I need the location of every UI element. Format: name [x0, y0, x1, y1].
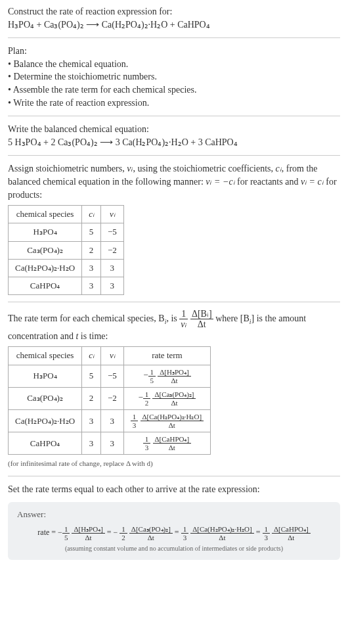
answer-equation: rate = −15 Δ[H₃PO₄]Δt = − 12 Δ[Ca₃(PO₄)₂…	[17, 525, 331, 541]
divider	[8, 155, 340, 156]
answer-label: Answer:	[17, 509, 331, 520]
col-v: νᵢ	[100, 347, 123, 365]
table-row: Ca₃(PO₄)₂2−2	[9, 241, 124, 259]
cell-v: 3	[100, 410, 123, 432]
v-header: νᵢ	[110, 209, 115, 219]
answer-note: (assuming constant volume and no accumul…	[17, 544, 331, 553]
den: 2	[143, 399, 151, 407]
table-row: H₃PO₄ 5 −5 −15 Δ[H₃PO₄]Δt	[9, 365, 211, 387]
coeff-frac: 13	[143, 435, 151, 451]
plan-item: Assemble the rate term for each chemical…	[8, 83, 340, 97]
v-header: νᵢ	[110, 350, 115, 360]
den: 3	[181, 534, 189, 541]
c-symbol: cᵢ	[276, 164, 282, 173]
conc-frac: Δ[Ca(H₂PO₄)₂·H₂O]Δt	[190, 525, 254, 541]
conc-frac: Δ[H₃PO₄]Δt	[158, 368, 190, 384]
cell-c: 5	[82, 223, 101, 241]
col-rate: rate term	[123, 347, 210, 365]
cell-species: Ca₃(PO₄)₂	[9, 241, 82, 259]
den: 3	[131, 421, 139, 429]
den: Δt	[158, 377, 190, 384]
cell-v: −2	[100, 387, 123, 409]
num: Δ[CaHPO₄]	[272, 525, 311, 534]
plan-section: Plan: Balance the chemical equation. Det…	[8, 45, 340, 109]
answer-box: Answer: rate = −15 Δ[H₃PO₄]Δt = − 12 Δ[C…	[8, 502, 340, 559]
col-v: νᵢ	[100, 206, 123, 223]
coeff-frac: 15	[148, 368, 156, 384]
den: Δt	[272, 534, 311, 541]
num: Δ[Ca(H₂PO₄)₂·H₂O]	[141, 413, 204, 421]
prompt-title: Construct the rate of reaction expressio…	[8, 5, 340, 18]
den: Δt	[72, 534, 104, 541]
text: where [B	[215, 313, 250, 323]
divider	[8, 302, 340, 302]
table-row: CaHPO₄33	[9, 277, 124, 294]
table-header-row: chemical species cᵢ νᵢ rate term	[9, 347, 211, 365]
num: Δ[H₃PO₄]	[72, 525, 104, 534]
prompt-equation: H₃PO₄ + Ca₃(PO₄)₂ ⟶ Ca(H₂PO₄)₂·H₂O + CaH…	[8, 18, 340, 32]
text: The rate term for each chemical species,…	[8, 313, 165, 323]
text: is time:	[78, 331, 108, 341]
coeff-frac: 15	[62, 525, 70, 541]
stoich-section: Assign stoichiometric numbers, νᵢ, using…	[8, 162, 340, 295]
rate-lhs: rate =	[37, 528, 56, 537]
cell-rate: 13 Δ[CaHPO₄]Δt	[123, 432, 210, 455]
num: Δ[Ca(H₂PO₄)₂·H₂O]	[190, 525, 254, 534]
col-species: chemical species	[9, 347, 82, 365]
table-header-row: chemical species cᵢ νᵢ	[9, 206, 124, 223]
sign: = −	[107, 528, 118, 537]
sign: −	[143, 370, 148, 380]
text: for reactants and	[235, 177, 301, 187]
plan-item: Determine the stoichiometric numbers.	[8, 70, 340, 83]
balanced-section: Write the balanced chemical equation: 5 …	[8, 123, 340, 149]
rate-terms-section: The rate term for each chemical species,…	[8, 309, 340, 469]
num: 1	[179, 309, 188, 319]
den: 3	[263, 534, 271, 541]
cell-c: 3	[82, 432, 101, 455]
relation: νᵢ = −cᵢ	[206, 177, 234, 187]
coeff-frac: 13	[181, 525, 189, 541]
conc-frac: Δ[Ca(H₂PO₄)₂·H₂O]Δt	[141, 413, 204, 429]
conc-frac: Δ[H₃PO₄]Δt	[72, 525, 104, 541]
cell-species: Ca(H₂PO₄)₂·H₂O	[9, 259, 82, 277]
num: 1	[143, 390, 151, 399]
table-row: Ca(H₂PO₄)₂·H₂O 3 3 13 Δ[Ca(H₂PO₄)₂·H₂O]Δ…	[9, 410, 211, 432]
den: Δt	[190, 319, 213, 329]
text: Assign stoichiometric numbers,	[8, 164, 127, 173]
col-species: chemical species	[9, 206, 82, 223]
stoich-intro: Assign stoichiometric numbers, νᵢ, using…	[8, 162, 340, 201]
conc-frac: Δ[Bᵢ]Δt	[190, 309, 213, 330]
coeff-frac: 12	[143, 390, 151, 407]
c-header: cᵢ	[89, 209, 94, 219]
cell-v: 3	[100, 432, 123, 455]
cell-c: 3	[82, 259, 101, 277]
num: 1	[131, 413, 139, 421]
conc-frac: Δ[Ca₃(PO₄)₂]Δt	[129, 525, 173, 541]
den: Δt	[190, 534, 254, 541]
conc-frac: Δ[Ca₃(PO₄)₂]Δt	[152, 390, 196, 407]
col-c: cᵢ	[82, 206, 101, 223]
coeff-frac: 13	[131, 413, 139, 429]
answer-term: −15 Δ[H₃PO₄]Δt	[58, 528, 105, 537]
text: , using the stoichiometric coefficients,	[133, 164, 275, 173]
num: Δ[Ca₃(PO₄)₂]	[129, 525, 173, 534]
table-row: Ca₃(PO₄)₂ 2 −2 −12 Δ[Ca₃(PO₄)₂]Δt	[9, 387, 211, 409]
den: 5	[148, 377, 156, 384]
divider	[8, 37, 340, 38]
num: 1	[143, 435, 151, 444]
cell-species: H₃PO₄	[9, 223, 82, 241]
coeff-frac: 13	[263, 525, 271, 541]
plan-item: Balance the chemical equation.	[8, 58, 340, 71]
c-header: cᵢ	[89, 350, 94, 360]
den: 2	[120, 534, 127, 541]
prompt-section: Construct the rate of reaction expressio…	[8, 5, 340, 31]
num: Δ[H₃PO₄]	[158, 368, 190, 377]
sign: −	[138, 392, 142, 402]
cell-species: H₃PO₄	[9, 365, 82, 387]
nu: νᵢ	[181, 319, 186, 329]
num: 1	[148, 368, 156, 377]
sign: −	[58, 528, 62, 537]
plan-list: Balance the chemical equation. Determine…	[8, 58, 340, 109]
cell-v: 3	[100, 277, 123, 294]
balanced-heading: Write the balanced chemical equation:	[8, 123, 340, 136]
